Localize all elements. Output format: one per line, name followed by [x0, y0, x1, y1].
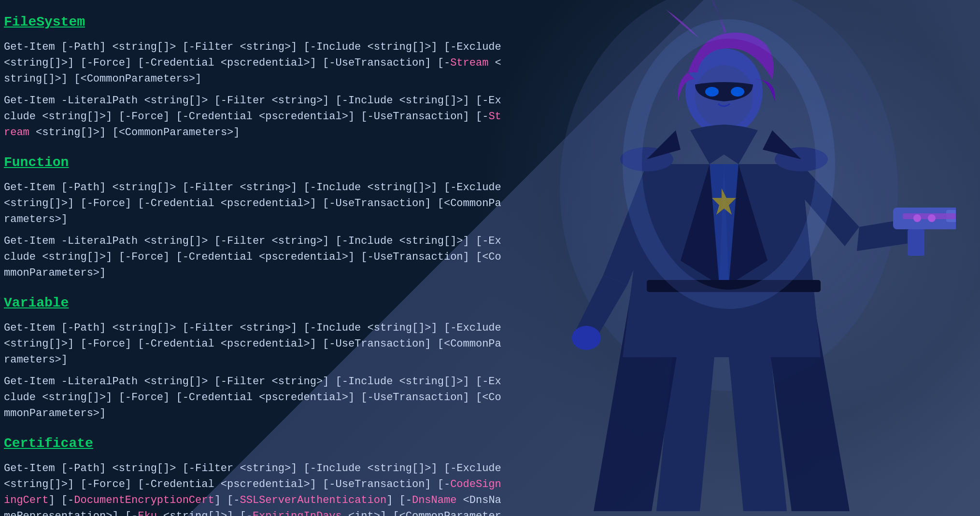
svg-point-14 — [705, 87, 719, 97]
function-command-2: Get-Item -LiteralPath <string[]> [-Filte… — [4, 233, 502, 281]
filesystem-header: FileSystem — [4, 14, 502, 29]
certificate-header: Certificate — [4, 436, 502, 451]
variable-command-1: Get-Item [-Path] <string[]> [-Filter <st… — [4, 320, 502, 368]
character-svg — [497, 0, 956, 516]
stream-highlight-1: Stream — [450, 57, 488, 69]
function-section: Function Get-Item [-Path] <string[]> [-F… — [4, 155, 502, 281]
sslauthentication-highlight: SSLServerAuthentication — [240, 494, 387, 506]
function-command-1: Get-Item [-Path] <string[]> [-Filter <st… — [4, 180, 502, 227]
variable-command-2: Get-Item -LiteralPath <string[]> [-Filte… — [4, 374, 502, 421]
dnsname-highlight: DnsName — [412, 494, 456, 506]
main-content: FileSystem Get-Item [-Path] <string[]> [… — [0, 0, 512, 516]
certificate-command-1: Get-Item [-Path] <string[]> [-Filter <st… — [4, 460, 502, 516]
svg-point-7 — [928, 214, 936, 222]
function-header: Function — [4, 155, 502, 170]
stream-highlight-2: Stream — [4, 111, 501, 139]
variable-section: Variable Get-Item [-Path] <string[]> [-F… — [4, 295, 502, 421]
filesystem-command-2: Get-Item -LiteralPath <string[]> [-Filte… — [4, 93, 502, 140]
expiringindays-highlight: ExpiringInDays — [253, 510, 342, 516]
variable-header: Variable — [4, 295, 502, 310]
documentencryptioncert-highlight: DocumentEncryptionCert — [74, 494, 214, 506]
certificate-section: Certificate Get-Item [-Path] <string[]> … — [4, 436, 502, 516]
svg-point-8 — [572, 326, 601, 350]
character-illustration — [473, 0, 980, 516]
svg-point-6 — [913, 214, 921, 222]
svg-point-15 — [731, 87, 744, 97]
eku-highlight: Eku — [138, 510, 157, 516]
filesystem-command-1: Get-Item [-Path] <string[]> [-Filter <st… — [4, 39, 502, 87]
svg-rect-3 — [908, 229, 924, 256]
filesystem-section: FileSystem Get-Item [-Path] <string[]> [… — [4, 14, 502, 140]
